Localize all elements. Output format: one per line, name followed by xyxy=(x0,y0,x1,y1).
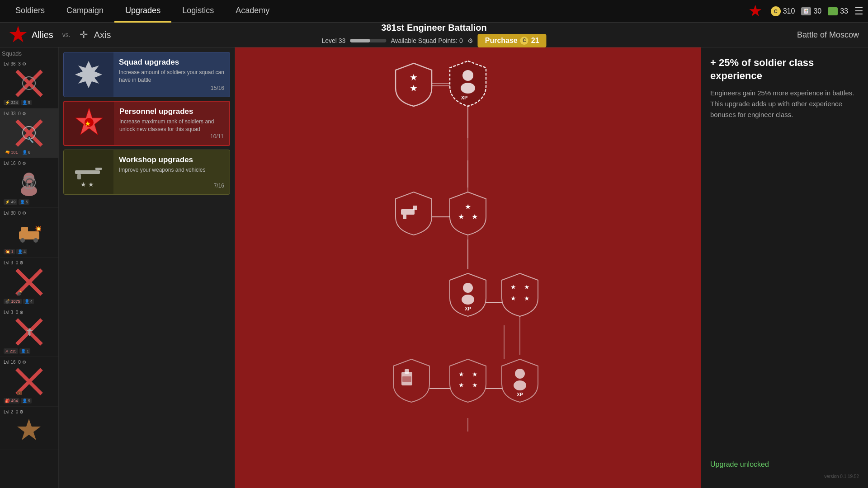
info-panel: + 25% of soldier class experience Engine… xyxy=(701,47,868,488)
main-layout: Squads Lvl 36 3 ⚙ ⚡ 324 👤 5 Lvl 33 0 ⚙ xyxy=(0,47,868,488)
svg-point-60 xyxy=(463,283,473,293)
tree-node-pistol xyxy=(396,192,432,235)
squad-upgrades-progress: 15/16 xyxy=(211,85,224,91)
squad-item-3[interactable]: Lvl 16 0 ⚙ 🎧 ⚡ 49 👤 5 xyxy=(0,158,58,208)
svg-text:💼: 💼 xyxy=(17,389,23,395)
squad-item-4[interactable]: Lvl 30 0 ⚙ 💥 💥 1 👤 4 xyxy=(0,208,58,258)
purchase-amount: 21 xyxy=(531,37,539,45)
squad-icon-3: 🎧 xyxy=(14,168,44,197)
personnel-upgrades-card[interactable]: ★ Personnel upgrades Increase maximum ra… xyxy=(63,101,230,146)
workshop-upgrades-content: Workshop upgrades Improve your weapons a… xyxy=(113,150,230,194)
squad-icon-area-8 xyxy=(14,415,45,447)
workshop-upgrades-card[interactable]: ★ ★ Workshop upgrades Improve your weapo… xyxy=(63,150,230,195)
battle-header: Allies vs. ✛ Axis 381st Engineer Battali… xyxy=(0,23,868,47)
purchase-button[interactable]: Purchase C 21 xyxy=(478,34,547,47)
svg-text:★: ★ xyxy=(524,283,530,291)
squad-upgrades-content: Squad upgrades Increase amount of soldie… xyxy=(113,52,230,97)
svg-marker-26 xyxy=(75,61,102,88)
top-navigation: Soldiers Campaign Upgrades Logistics Aca… xyxy=(0,0,868,23)
svg-point-77 xyxy=(514,380,526,390)
squad-icon-8 xyxy=(14,417,44,446)
coins-display: C 310 xyxy=(771,6,795,16)
info-desc: Engineers gain 25% more experience in ba… xyxy=(710,88,859,120)
squad-upgrades-title: Squad upgrades xyxy=(119,58,224,67)
squad-level-6: Lvl 3 0 ⚙ xyxy=(4,310,24,315)
svg-point-14 xyxy=(33,238,38,243)
squad-icon-1 xyxy=(14,69,44,98)
squad-item-7[interactable]: Lvl 16 0 ⚙ 💼 🎒 494 👤 9 xyxy=(0,357,58,407)
tree-node-xp-lower: XP xyxy=(450,273,486,316)
badge-soldiers-2: 👤 6 xyxy=(21,150,32,155)
workshop-upgrades-icon: ★ ★ xyxy=(71,154,107,190)
svg-text:★: ★ xyxy=(410,83,418,93)
squad-icon-area-7: 💼 xyxy=(14,366,45,397)
squad-level-5: Lvl 3 0 ⚙ xyxy=(4,260,24,265)
squad-badges-4: 💥 1 👤 4 xyxy=(4,249,27,254)
allies-label: Allies xyxy=(32,30,53,40)
personnel-upgrades-desc: Increase maximum rank of soldiers and un… xyxy=(119,118,224,133)
nav-campaign[interactable]: Campaign xyxy=(56,0,114,23)
squad-icon-area-6: 🗡 xyxy=(14,316,45,347)
squad-item-8[interactable]: Lvl 2 0 ⚙ xyxy=(0,407,58,450)
upgrades-panel: Squad upgrades Increase amount of soldie… xyxy=(59,47,235,488)
svg-rect-54 xyxy=(403,215,406,219)
svg-point-76 xyxy=(515,369,525,379)
svg-text:★: ★ xyxy=(458,213,464,221)
svg-point-61 xyxy=(462,295,474,305)
svg-rect-71 xyxy=(402,376,411,382)
svg-text:★: ★ xyxy=(458,371,464,378)
squad-item-1[interactable]: Lvl 36 3 ⚙ ⚡ 324 👤 5 xyxy=(0,59,58,108)
badge-soldiers-4: 👤 4 xyxy=(16,249,28,254)
svg-rect-52 xyxy=(401,209,415,215)
coins-value: 310 xyxy=(783,7,795,15)
squad-icon-area-4: 💥 xyxy=(14,216,45,248)
squad-item-6[interactable]: Lvl 3 0 ⚙ 🗡 ⚔ 215 👤 1 xyxy=(0,307,58,357)
squad-sidebar: Squads Lvl 36 3 ⚙ ⚡ 324 👤 5 Lvl 33 0 ⚙ xyxy=(0,47,59,488)
workshop-upgrades-desc: Improve your weapons and vehicles xyxy=(119,166,224,174)
svg-rect-30 xyxy=(75,170,100,174)
nav-logistics[interactable]: Logistics xyxy=(171,0,225,23)
squad-icon-2: 🔧 xyxy=(14,118,44,148)
svg-text:★: ★ xyxy=(510,295,516,302)
svg-text:★: ★ xyxy=(465,203,471,211)
svg-text:🔧: 🔧 xyxy=(27,136,34,143)
svg-text:★: ★ xyxy=(472,371,478,378)
premium-star-icon[interactable] xyxy=(749,5,762,18)
squad-badges-3: ⚡ 49 👤 5 xyxy=(4,199,29,205)
squad-badges-1: ⚡ 324 👤 5 xyxy=(4,100,32,105)
battalion-center: 381st Engineer Battalion Level 33 Availa… xyxy=(321,23,546,47)
svg-rect-70 xyxy=(405,369,409,374)
purchase-label: Purchase xyxy=(485,37,518,45)
badge-ammo-2: 🔫 381 xyxy=(4,150,19,155)
squad-icon-area-3: 🎧 xyxy=(14,167,45,198)
allies-star-icon xyxy=(9,26,27,44)
axis-cross-icon: ✛ xyxy=(80,29,88,41)
svg-text:💥: 💥 xyxy=(35,225,42,232)
svg-rect-32 xyxy=(77,174,81,179)
badge-ammo-4: 💥 1 xyxy=(4,249,15,254)
svg-text:💣: 💣 xyxy=(17,290,23,296)
nav-right-area: C 310 🃏 30 33 ☰ xyxy=(749,5,863,18)
nav-upgrades[interactable]: Upgrades xyxy=(114,0,171,23)
squad-item-2[interactable]: Lvl 33 0 ⚙ 🔧 🔫 381 👤 6 xyxy=(0,108,58,158)
svg-rect-53 xyxy=(413,206,417,210)
tree-node-backpack xyxy=(393,359,429,402)
nav-soldiers[interactable]: Soldiers xyxy=(5,0,56,23)
squad-icon-area-1 xyxy=(14,67,45,99)
squad-level-1: Lvl 36 3 ⚙ xyxy=(4,61,26,66)
svg-text:★: ★ xyxy=(410,72,418,82)
squad-points-label: Available Squad Points: 0 xyxy=(391,37,462,44)
squad-upgrades-card[interactable]: Squad upgrades Increase amount of soldie… xyxy=(63,52,230,97)
squad-level-2: Lvl 33 0 ⚙ xyxy=(4,111,26,116)
axis-label: Axis xyxy=(94,30,111,40)
squad-badges-5: 💣 1075 👤 4 xyxy=(4,299,34,304)
menu-icon[interactable]: ☰ xyxy=(854,5,863,17)
svg-point-48 xyxy=(462,70,473,81)
squad-item-5[interactable]: Lvl 3 0 ⚙ 💣 💣 1075 👤 4 xyxy=(0,258,58,307)
badge-soldiers-3: 👤 5 xyxy=(19,199,30,205)
nav-academy[interactable]: Academy xyxy=(225,0,280,23)
cards2-value: 33 xyxy=(840,7,848,15)
svg-point-13 xyxy=(20,238,25,243)
workshop-upgrades-icon-area: ★ ★ xyxy=(64,150,113,194)
cards1-display: 🃏 30 xyxy=(801,7,821,15)
